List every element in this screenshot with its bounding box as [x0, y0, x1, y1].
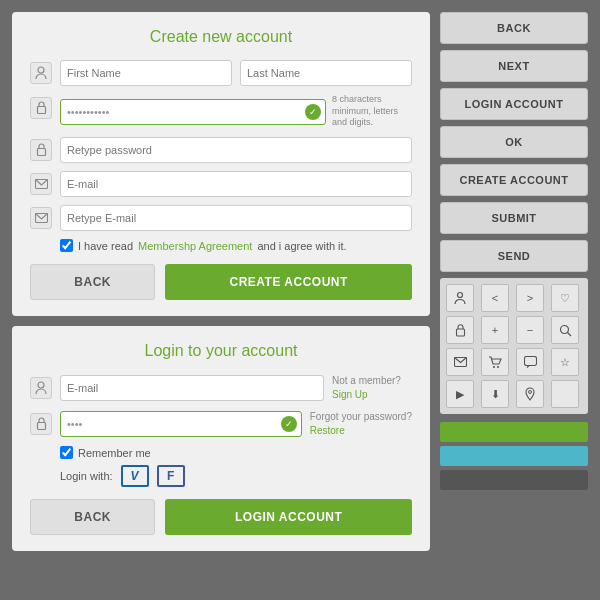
create-account-card: Create new account ✓	[12, 12, 430, 316]
grid-pin-icon[interactable]	[516, 380, 544, 408]
agreement-checkbox[interactable]	[60, 239, 73, 252]
user-icon	[30, 62, 52, 84]
login-password-row: ✓ Forgot your password? Restore	[30, 410, 412, 438]
login-account-button[interactable]: LOGIN ACCOUNT	[165, 499, 412, 535]
email2-icon	[30, 207, 52, 229]
create-account-buttons: BACK CREATE ACCOUNT	[30, 264, 412, 300]
social-f-button[interactable]: F	[157, 465, 185, 487]
svg-point-0	[38, 67, 44, 73]
grid-right-icon[interactable]: >	[516, 284, 544, 312]
password-input[interactable]	[60, 99, 326, 125]
svg-point-13	[497, 366, 499, 368]
grid-cart-icon[interactable]	[481, 348, 509, 376]
right-send-button[interactable]: SEND	[440, 240, 588, 272]
login-email-row: Not a member? Sign Up	[30, 374, 412, 402]
login-password-wrapper: ✓	[60, 411, 302, 437]
remember-row: Remember me	[60, 446, 412, 459]
right-submit-button[interactable]: SUBMIT	[440, 202, 588, 234]
password-hint: 8 characters minimum, letters and digits…	[332, 94, 412, 129]
swatch-section	[440, 422, 588, 490]
login-password-check-icon: ✓	[281, 416, 297, 432]
forgot-text: Forgot your password? Restore	[310, 410, 412, 438]
forgot-area: Forgot your password? Restore	[310, 410, 412, 438]
retype-password-row	[30, 137, 412, 163]
grid-heart-icon[interactable]: ♡	[551, 284, 579, 312]
svg-point-7	[458, 293, 463, 298]
retype-email-row	[30, 205, 412, 231]
blue-swatch	[440, 446, 588, 466]
svg-point-12	[493, 366, 495, 368]
retype-email-input[interactable]	[60, 205, 412, 231]
left-panel: Create new account ✓	[12, 12, 430, 588]
login-card: Login to your account Not a member? Sign…	[12, 326, 430, 551]
login-email-input[interactable]	[60, 375, 324, 401]
login-with-label: Login with:	[60, 470, 113, 482]
retype-password-input[interactable]	[60, 137, 412, 163]
agreement-row: I have read Membershp Agreement and i ag…	[60, 239, 412, 252]
sign-up-link[interactable]: Sign Up	[332, 389, 368, 400]
login-with-row: Login with: V F	[60, 465, 412, 487]
grid-minus-icon[interactable]: −	[516, 316, 544, 344]
grid-left-icon[interactable]: <	[481, 284, 509, 312]
create-account-button[interactable]: CREATE ACCOUNT	[165, 264, 412, 300]
dark-swatch	[440, 470, 588, 490]
create-account-title: Create new account	[30, 28, 412, 46]
grid-play-icon[interactable]: ▶	[446, 380, 474, 408]
grid-email-icon[interactable]	[446, 348, 474, 376]
grid-lock-icon[interactable]	[446, 316, 474, 344]
lock-icon	[30, 97, 52, 119]
not-member-text: Not a member? Sign Up	[332, 374, 412, 402]
svg-rect-6	[37, 423, 45, 430]
grid-search-icon[interactable]	[551, 316, 579, 344]
login-password-input[interactable]	[60, 411, 302, 437]
login-user-icon	[30, 377, 52, 399]
last-name-input[interactable]	[240, 60, 412, 86]
svg-rect-14	[524, 357, 536, 366]
svg-rect-8	[456, 329, 464, 336]
right-login-button[interactable]: LOGIN ACCOUNT	[440, 88, 588, 120]
social-v-button[interactable]: V	[121, 465, 149, 487]
email-icon	[30, 173, 52, 195]
svg-point-5	[38, 382, 44, 388]
login-back-button[interactable]: BACK	[30, 499, 155, 535]
right-ok-button[interactable]: OK	[440, 126, 588, 158]
grid-chat-icon[interactable]	[516, 348, 544, 376]
name-row	[30, 60, 412, 86]
first-name-input[interactable]	[60, 60, 232, 86]
icon-grid: < > ♡ + − ☆ ▶ ⬇	[440, 278, 588, 414]
grid-download-icon[interactable]: ⬇	[481, 380, 509, 408]
agreement-text: I have read	[78, 240, 133, 252]
page-container: Create new account ✓	[0, 0, 600, 600]
agreement-suffix: and i agree with it.	[257, 240, 346, 252]
right-panel: BACK NEXT LOGIN ACCOUNT OK CREATE ACCOUN…	[440, 12, 588, 588]
remember-checkbox[interactable]	[60, 446, 73, 459]
restore-link[interactable]: Restore	[310, 425, 345, 436]
svg-point-15	[529, 391, 532, 394]
grid-plus-icon[interactable]: +	[481, 316, 509, 344]
svg-rect-1	[37, 107, 45, 114]
password-row: ✓ 8 characters minimum, letters and digi…	[30, 94, 412, 129]
password-input-wrapper: ✓	[60, 99, 326, 125]
right-create-button[interactable]: CREATE ACCOUNT	[440, 164, 588, 196]
green-swatch	[440, 422, 588, 442]
svg-rect-2	[37, 149, 45, 156]
grid-user-icon[interactable]	[446, 284, 474, 312]
grid-empty-icon	[551, 380, 579, 408]
login-lock-icon	[30, 413, 52, 435]
grid-star-icon[interactable]: ☆	[551, 348, 579, 376]
agreement-link[interactable]: Membershp Agreement	[138, 240, 252, 252]
email-input[interactable]	[60, 171, 412, 197]
email-row	[30, 171, 412, 197]
right-next-button[interactable]: NEXT	[440, 50, 588, 82]
remember-label: Remember me	[78, 447, 151, 459]
not-member-area: Not a member? Sign Up	[332, 374, 412, 402]
login-buttons: BACK LOGIN ACCOUNT	[30, 499, 412, 535]
svg-point-9	[560, 325, 568, 333]
password-check-icon: ✓	[305, 104, 321, 120]
lock2-icon	[30, 139, 52, 161]
create-back-button[interactable]: BACK	[30, 264, 155, 300]
right-back-button[interactable]: BACK	[440, 12, 588, 44]
login-title: Login to your account	[30, 342, 412, 360]
svg-line-10	[567, 332, 571, 336]
